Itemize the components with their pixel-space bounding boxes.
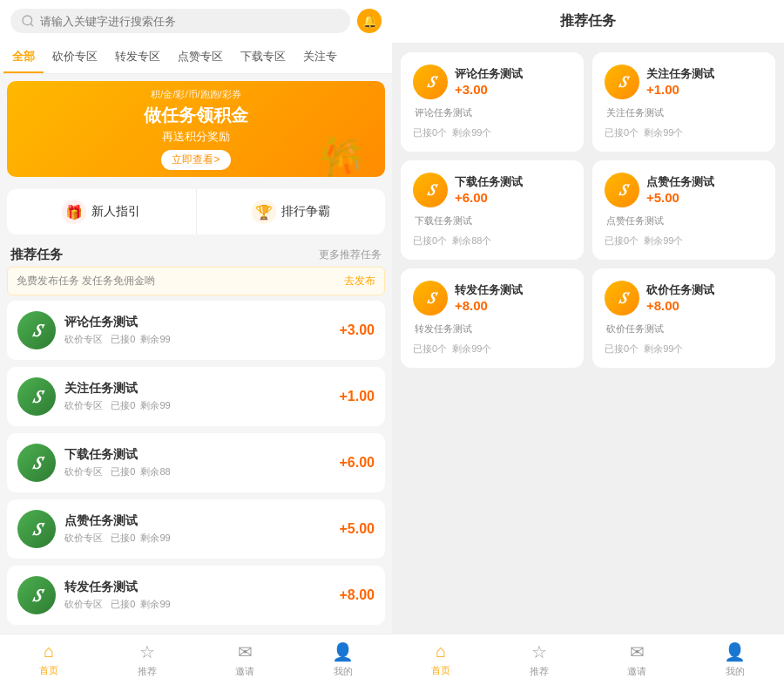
rtc-desc-1: 关注任务测试 xyxy=(605,106,763,119)
free-publish-link[interactable]: 去发布 xyxy=(344,274,375,288)
task-item-4[interactable]: 𝑆 转发任务测试 砍价专区 已接0 剩余99 +8.00 xyxy=(7,566,385,625)
task-name-3: 点赞任务测试 xyxy=(64,513,331,529)
nav-tab-forward[interactable]: 转发专区 xyxy=(106,42,169,73)
home-label: 首页 xyxy=(39,664,58,677)
rtc-top-4: 𝑆 转发任务测试 +8.00 xyxy=(413,281,571,315)
task-meta-2: 砍价专区 已接0 剩余88 xyxy=(64,465,331,478)
left-nav-invite[interactable]: ✉ 邀请 xyxy=(196,641,294,678)
rtc-reward-3: +5.00 xyxy=(646,190,763,205)
right-task-card-5[interactable]: 𝑆 砍价任务测试 +8.00 砍价任务测试 已接0个 剩余99个 xyxy=(592,268,775,368)
task-info-3: 点赞任务测试 砍价专区 已接0 剩余99 xyxy=(64,513,331,545)
banner[interactable]: 积/金/彩/币/跑跑/彩券 做任务领积金 再送积分奖励 立即查看> 🎋 xyxy=(7,81,385,177)
right-task-card-0[interactable]: 𝑆 评论任务测试 +3.00 评论任务测试 已接0个 剩余99个 xyxy=(401,52,584,152)
search-input[interactable] xyxy=(40,15,340,28)
right-invite-icon: ✉ xyxy=(630,641,645,662)
rtc-avatar-1: 𝑆 xyxy=(605,64,639,99)
ranking-label: 排行争霸 xyxy=(281,204,330,220)
free-publish-text: 免费发布任务 发任务免佣金哟 xyxy=(17,274,155,288)
rtc-top-1: 𝑆 关注任务测试 +1.00 xyxy=(605,64,763,99)
left-nav-home[interactable]: ⌂ 首页 xyxy=(0,641,98,678)
right-mine-label: 我的 xyxy=(726,665,745,678)
quick-action-ranking[interactable]: 🏆 排行争霸 xyxy=(197,189,386,234)
rtc-reward-4: +8.00 xyxy=(455,298,571,313)
right-task-card-4[interactable]: 𝑆 转发任务测试 +8.00 转发任务测试 已接0个 剩余99个 xyxy=(401,268,584,368)
task-item-2[interactable]: 𝑆 下载任务测试 砍价专区 已接0 剩余88 +6.00 xyxy=(7,433,385,492)
task-avatar-2: 𝑆 xyxy=(17,444,56,482)
bell-icon[interactable]: 🔔 xyxy=(357,9,382,33)
task-reward-0: +3.00 xyxy=(340,322,375,338)
recommend-icon: ☆ xyxy=(139,641,155,662)
rtc-desc-5: 砍价任务测试 xyxy=(605,322,763,336)
task-avatar-3: 𝑆 xyxy=(17,510,56,548)
rtc-title-0: 评论任务测试 xyxy=(455,67,571,82)
task-avatar-0: 𝑆 xyxy=(17,311,56,349)
banner-subtitle: 积/金/彩/币/跑跑/彩券 xyxy=(144,88,248,101)
mine-label: 我的 xyxy=(334,665,353,678)
newbie-icon: 🎁 xyxy=(62,200,86,224)
right-nav-recommend[interactable]: ☆ 推荐 xyxy=(490,641,589,678)
banner-line2: 再送积分奖励 xyxy=(144,129,248,145)
nav-tab-download[interactable]: 下载专区 xyxy=(232,42,294,73)
rtc-desc-2: 下载任务测试 xyxy=(413,214,571,227)
quick-action-newbie[interactable]: 🎁 新人指引 xyxy=(7,189,197,234)
rtc-title-1: 关注任务测试 xyxy=(646,67,763,82)
rtc-avatar-0: 𝑆 xyxy=(413,64,448,99)
right-nav-home[interactable]: ⌂ 首页 xyxy=(392,641,490,678)
section-more[interactable]: 更多推荐任务 xyxy=(319,248,382,262)
right-panel: 推荐任务 𝑆 评论任务测试 +3.00 评论任务测试 已接0个 剩余99个 xyxy=(392,0,784,685)
task-item-3[interactable]: 𝑆 点赞任务测试 砍价专区 已接0 剩余99 +5.00 xyxy=(7,499,385,559)
rtc-meta-1: 已接0个 剩余99个 xyxy=(605,126,763,139)
rtc-title-4: 转发任务测试 xyxy=(455,283,571,298)
recommend-label: 推荐 xyxy=(138,665,157,678)
ranking-icon: 🏆 xyxy=(252,200,276,224)
right-recommend-label: 推荐 xyxy=(530,665,549,678)
task-item-0[interactable]: 𝑆 评论任务测试 砍价专区 已接0 剩余99 +3.00 xyxy=(7,301,385,360)
task-info-2: 下载任务测试 砍价专区 已接0 剩余88 xyxy=(64,447,331,478)
task-avatar-1: 𝑆 xyxy=(17,377,56,416)
rtc-desc-3: 点赞任务测试 xyxy=(605,214,763,227)
right-task-grid: 𝑆 评论任务测试 +3.00 评论任务测试 已接0个 剩余99个 𝑆 xyxy=(401,52,775,368)
right-task-card-1[interactable]: 𝑆 关注任务测试 +1.00 关注任务测试 已接0个 剩余99个 xyxy=(592,52,775,152)
rtc-avatar-5: 𝑆 xyxy=(605,281,639,315)
task-name-4: 转发任务测试 xyxy=(64,580,331,595)
newbie-label: 新人指引 xyxy=(91,204,140,220)
task-item-1[interactable]: 𝑆 关注任务测试 砍价专区 已接0 剩余99 +1.00 xyxy=(7,367,385,426)
search-input-wrap[interactable] xyxy=(10,9,350,33)
left-nav-mine[interactable]: 👤 我的 xyxy=(294,641,393,678)
banner-btn[interactable]: 立即查看> xyxy=(161,150,230,170)
section-title: 推荐任务 xyxy=(10,247,63,263)
task-avatar-4: 𝑆 xyxy=(17,576,56,614)
nav-tab-bargain[interactable]: 砍价专区 xyxy=(44,42,106,73)
right-nav-invite[interactable]: ✉ 邀请 xyxy=(588,641,686,678)
rtc-desc-0: 评论任务测试 xyxy=(413,106,571,119)
search-bar: 🔔 xyxy=(0,0,392,42)
home-icon: ⌂ xyxy=(44,641,54,661)
rtc-avatar-3: 𝑆 xyxy=(605,173,639,207)
right-task-card-3[interactable]: 𝑆 点赞任务测试 +5.00 点赞任务测试 已接0个 剩余99个 xyxy=(592,160,775,260)
right-mine-icon: 👤 xyxy=(724,641,746,662)
mine-icon: 👤 xyxy=(332,641,354,662)
quick-actions: 🎁 新人指引 🏆 排行争霸 xyxy=(7,189,385,234)
left-nav-recommend[interactable]: ☆ 推荐 xyxy=(98,641,197,678)
search-icon xyxy=(21,14,35,28)
right-home-label: 首页 xyxy=(431,664,450,677)
nav-tab-follow[interactable]: 关注专 xyxy=(294,42,346,73)
rtc-reward-1: +1.00 xyxy=(646,82,763,97)
rtc-top-0: 𝑆 评论任务测试 +3.00 xyxy=(413,64,571,99)
task-reward-4: +8.00 xyxy=(340,587,375,603)
rtc-avatar-2: 𝑆 xyxy=(413,173,448,207)
task-reward-1: +1.00 xyxy=(340,389,375,404)
nav-tabs: 全部 砍价专区 转发专区 点赞专区 下载专区 关注专 xyxy=(0,42,392,74)
rtc-reward-0: +3.00 xyxy=(455,82,571,97)
rtc-meta-5: 已接0个 剩余99个 xyxy=(605,342,763,356)
task-name-0: 评论任务测试 xyxy=(64,315,331,330)
right-task-card-2[interactable]: 𝑆 下载任务测试 +6.00 下载任务测试 已接0个 剩余88个 xyxy=(401,160,584,260)
task-info-1: 关注任务测试 砍价专区 已接0 剩余99 xyxy=(64,381,331,412)
nav-tab-like[interactable]: 点赞专区 xyxy=(169,42,232,73)
nav-tab-all[interactable]: 全部 xyxy=(3,42,44,73)
rtc-top-2: 𝑆 下载任务测试 +6.00 xyxy=(413,173,571,207)
banner-line1: 做任务领积金 xyxy=(144,105,248,125)
svg-line-1 xyxy=(30,24,33,26)
right-header: 推荐任务 xyxy=(392,0,784,44)
right-nav-mine[interactable]: 👤 我的 xyxy=(686,641,785,678)
